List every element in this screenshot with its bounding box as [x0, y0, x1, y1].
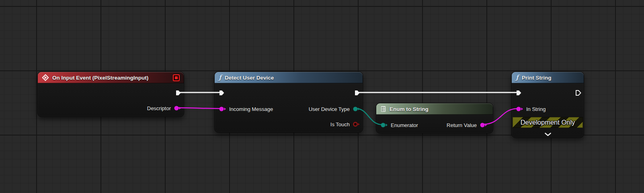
descriptor-output-pin[interactable]: Descriptor: [147, 103, 181, 113]
data-pin-icon: [174, 105, 181, 111]
exec-pin-hollow-icon: [575, 90, 581, 96]
node-header[interactable]: ƒ Detect User Device: [215, 72, 363, 83]
node-title: Detect User Device: [225, 75, 274, 81]
event-diamond-icon: [42, 74, 49, 81]
data-pin-icon: [480, 122, 487, 128]
pin-label: Incoming Message: [229, 106, 273, 112]
exec-pin-icon: [175, 90, 181, 96]
node-detect-user-device[interactable]: ƒ Detect User Device Incoming Message Us…: [214, 72, 363, 133]
chevron-down-icon: [545, 133, 551, 136]
enumerator-input-pin[interactable]: Enumerator: [380, 120, 418, 130]
enum-list-icon: [380, 106, 386, 112]
exec-input-pin[interactable]: [516, 88, 522, 98]
node-header[interactable]: On Input Event (PixelStreamingInput): [38, 72, 184, 83]
node-title: Enum to String: [390, 106, 429, 112]
pin-label: Enumerator: [391, 122, 418, 128]
exec-output-pin[interactable]: [354, 88, 360, 98]
exec-pin-icon: [516, 90, 522, 96]
development-only-banner: Development Only: [513, 117, 583, 128]
data-pin-icon: [219, 106, 226, 112]
exec-pin-icon: [354, 90, 360, 96]
node-title: On Input Event (PixelStreamingInput): [52, 75, 148, 81]
node-enum-to-string[interactable]: Enum to String Enumerator Return Value: [376, 103, 493, 133]
expand-advanced-pins-chevron[interactable]: [544, 132, 552, 136]
node-print-string[interactable]: ƒ Print String In String Development Onl…: [511, 72, 584, 138]
exec-pin-icon: [219, 90, 225, 96]
in-string-input-pin[interactable]: In String: [516, 104, 546, 114]
pin-label: Is Touch: [330, 121, 350, 127]
pin-label: Descriptor: [147, 105, 171, 111]
input-event-indicator-icon: [173, 74, 180, 81]
node-on-input-event[interactable]: On Input Event (PixelStreamingInput) Des…: [37, 72, 184, 117]
node-header[interactable]: Enum to String: [376, 103, 493, 115]
pin-label: User Device Type: [309, 106, 350, 112]
pin-label: Return Value: [447, 122, 477, 128]
exec-input-pin[interactable]: [219, 88, 225, 98]
exec-output-pin[interactable]: [175, 88, 181, 98]
data-pin-icon: [380, 122, 388, 128]
incoming-message-input-pin[interactable]: Incoming Message: [219, 104, 273, 114]
function-icon: ƒ: [219, 74, 222, 81]
bool-pin-icon: [353, 121, 360, 127]
blueprint-graph-canvas[interactable]: On Input Event (PixelStreamingInput) Des…: [0, 0, 644, 193]
pin-label: In String: [526, 106, 546, 112]
data-pin-icon: [353, 106, 360, 112]
node-title: Print String: [522, 75, 552, 81]
node-header[interactable]: ƒ Print String: [512, 72, 584, 83]
user-device-type-output-pin[interactable]: User Device Type: [309, 104, 360, 114]
data-pin-icon: [516, 106, 523, 112]
is-touch-output-pin[interactable]: Is Touch: [330, 119, 360, 129]
return-value-output-pin[interactable]: Return Value: [447, 120, 487, 130]
exec-output-pin-unconnected[interactable]: [575, 88, 581, 98]
function-icon: ƒ: [516, 74, 519, 81]
development-only-text: Development Only: [521, 119, 575, 126]
